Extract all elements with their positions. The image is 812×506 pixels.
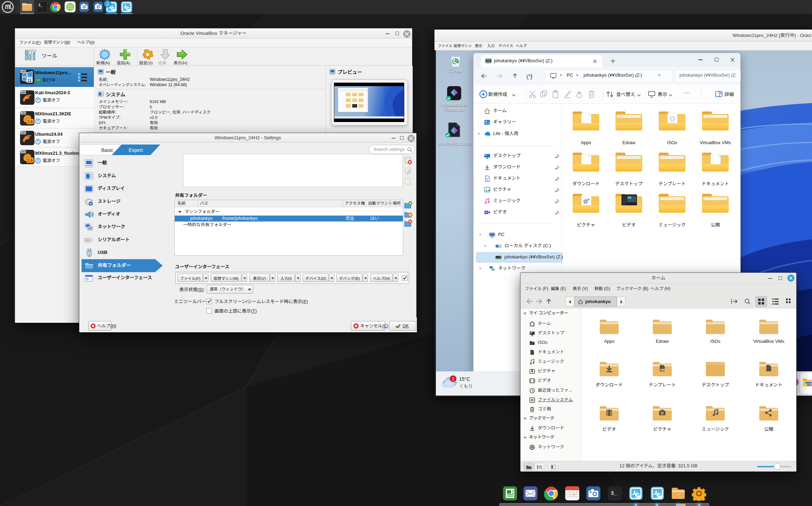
svg-text:2.6: 2.6 [27,120,33,124]
svg-text:x64: x64 [21,131,26,134]
svg-text:x64: x64 [21,150,26,153]
svg-text:Basic: Basic [101,147,113,153]
svg-text:x64: x64 [21,111,26,115]
svg-text:Expert: Expert [129,147,143,153]
svg-text:2.6: 2.6 [27,158,33,162]
svg-text:x64: x64 [21,70,26,73]
svg-text:11: 11 [27,78,32,83]
svg-text:$_: $_ [611,491,617,496]
svg-text:x64: x64 [21,91,26,94]
svg-text:2: 2 [106,1,109,7]
svg-text:1: 1 [452,376,454,382]
